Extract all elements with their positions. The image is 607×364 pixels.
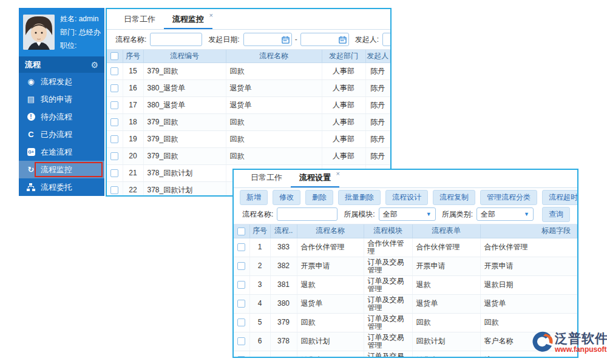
avatar — [23, 15, 55, 50]
select-all-checkbox[interactable] — [237, 228, 245, 235]
table-row: 16380_退货单退货单人事部陈丹 — [107, 79, 390, 96]
row-checkbox[interactable] — [110, 101, 118, 109]
tab-daily-work[interactable]: 日常工作 — [242, 172, 291, 187]
cell-module: 订单及交易管理 — [364, 257, 412, 275]
settings-filter-bar: 流程名称: 所属模块: 全部 ▼ 所属类别: 全部 ▼ 查询 — [234, 204, 577, 224]
cell-module: 订单及交易管理 — [364, 275, 412, 294]
date-range-separator: - — [295, 35, 297, 44]
tab-process-settings[interactable]: 流程设置 × — [291, 172, 339, 187]
manage-category-button[interactable]: 管理流程分类 — [480, 190, 537, 205]
cell-seq: 5 — [249, 313, 270, 332]
settings-toolbar: 新增 修改 删除 批量删除 流程设计 流程复制 管理流程分类 流程超时提示 — [234, 190, 577, 204]
col-process-name: 流程名称 — [226, 50, 322, 62]
sidebar-item-process-initiate[interactable]: ◉ 流程发起 — [19, 73, 104, 90]
module-select[interactable]: 全部 ▼ — [379, 207, 436, 221]
sidebar-item-in-transit-processes[interactable]: G+ 在途流程 — [19, 143, 104, 161]
cell-code: 377 — [270, 351, 297, 358]
table-row: 2382开票申请订单及交易管理开票申请开票申请 — [234, 257, 577, 275]
table-row: 20379_回款回款人事部陈丹 — [107, 147, 390, 164]
cell-name: 退货单 — [297, 294, 364, 313]
profile-title: 职位: — [60, 39, 101, 52]
add-button[interactable]: 新增 — [240, 190, 268, 205]
row-checkbox[interactable] — [110, 67, 118, 75]
initiator-input[interactable] — [382, 33, 392, 46]
cell-form: 开票申请 — [412, 257, 480, 275]
cell-code: 379 — [270, 313, 297, 332]
search-button[interactable]: 查询 — [542, 207, 570, 222]
category-label: 所属类别: — [442, 209, 473, 220]
sidebar-item-process-delegate[interactable]: 流程委托 — [19, 178, 104, 196]
row-checkbox[interactable] — [110, 152, 118, 160]
cell-module: 订单及交易管理 — [364, 294, 412, 313]
start-date-to-input[interactable] — [300, 33, 349, 46]
cell-initiator: 陈丹 — [365, 79, 390, 96]
monitor-filter-bar: 流程名称: 发起日期: - 发起人: — [107, 30, 390, 50]
cell-code: 378_回款计划 — [143, 164, 226, 181]
process-design-button[interactable]: 流程设计 — [385, 190, 428, 205]
cell-form: 回款计划 — [412, 332, 480, 351]
process-name-label: 流程名称: — [242, 209, 273, 220]
batch-delete-button[interactable]: 批量删除 — [338, 190, 381, 205]
chevron-down-icon: ▼ — [426, 211, 432, 217]
cell-code: 379_回款 — [143, 147, 226, 164]
row-checkbox[interactable] — [110, 169, 118, 177]
process-name-input[interactable] — [277, 207, 337, 221]
close-icon[interactable]: × — [336, 170, 340, 177]
sitemap-icon — [26, 183, 36, 192]
cell-seq: 6 — [249, 332, 270, 351]
row-checkbox[interactable] — [237, 300, 245, 308]
process-name-input[interactable] — [150, 33, 202, 46]
category-select[interactable]: 全部 ▼ — [476, 207, 534, 221]
cell-name: 回款 — [297, 313, 364, 332]
cell-dept: 人事部 — [322, 147, 365, 164]
cell-title_field: 合作伙伴管理 — [480, 238, 577, 257]
tab-process-monitor[interactable]: 流程监控 × — [164, 14, 212, 29]
row-checkbox[interactable] — [237, 281, 245, 289]
cell-form: 退款 — [412, 275, 480, 294]
cell-seq: 18 — [123, 113, 143, 130]
cell-name: 合作伙伴管理 — [297, 238, 364, 257]
row-checkbox[interactable] — [110, 135, 118, 143]
row-checkbox[interactable] — [110, 84, 118, 92]
edit-button[interactable]: 修改 — [273, 190, 300, 205]
cell-name: 销售合同 — [297, 351, 364, 358]
row-checkbox[interactable] — [110, 118, 118, 126]
row-checkbox[interactable] — [237, 262, 245, 270]
col-process-form: 流程表单 — [412, 224, 480, 238]
cell-seq: 21 — [123, 164, 143, 181]
select-all-checkbox[interactable] — [110, 52, 118, 60]
row-checkbox[interactable] — [237, 243, 245, 251]
tab-daily-work[interactable]: 日常工作 — [115, 14, 164, 29]
cell-seq: 15 — [123, 62, 143, 79]
cell-title_field: 开票申请 — [480, 257, 577, 275]
timeout-alert-button[interactable]: 流程超时提示 — [542, 190, 578, 205]
sidebar-item-process-monitor[interactable]: ↻ 流程监控 — [19, 161, 104, 178]
gear-icon[interactable]: ⚙ — [90, 60, 98, 70]
sidebar-item-pending-processes[interactable]: ! 待办流程 — [19, 108, 104, 126]
cell-name: 退货单 — [226, 96, 322, 113]
table-row: 18379_回款回款人事部陈丹 — [107, 113, 390, 130]
cell-name: 回款 — [226, 62, 322, 79]
delete-button[interactable]: 删除 — [305, 190, 333, 205]
cell-code: 380_退货单 — [143, 96, 226, 113]
row-checkbox[interactable] — [237, 356, 245, 358]
close-icon[interactable]: × — [209, 12, 213, 19]
process-settings-window: 日常工作 流程设置 × 新增 修改 删除 批量删除 流程设计 流程复制 管理流程… — [232, 169, 578, 358]
row-checkbox[interactable] — [237, 337, 245, 345]
start-date-from-input[interactable] — [243, 33, 292, 46]
cell-module: 订单及交易管理 — [364, 313, 412, 332]
cell-seq: 1 — [249, 238, 270, 257]
cell-title_field: 退款日期 — [480, 275, 577, 294]
module-label: 所属模块: — [344, 209, 375, 220]
row-checkbox[interactable] — [110, 186, 118, 194]
sidebar-item-my-applications[interactable]: ▤ 我的申请 — [19, 90, 104, 108]
fanpu-logo: 泛普软件 www.fanpusoft.com — [532, 331, 607, 354]
process-copy-button[interactable]: 流程复制 — [433, 190, 475, 205]
row-checkbox[interactable] — [237, 318, 245, 326]
sidebar-item-completed-processes[interactable]: C 已办流程 — [19, 126, 104, 143]
col-initiator: 发起人 — [365, 50, 390, 62]
initiator-label: 发起人: — [355, 35, 379, 45]
sidebar-item-label: 待办流程 — [41, 112, 72, 123]
cell-dept: 人事部 — [322, 96, 365, 113]
table-row: 7377销售合同订单及交易管理销售合同编号 — [234, 351, 577, 358]
